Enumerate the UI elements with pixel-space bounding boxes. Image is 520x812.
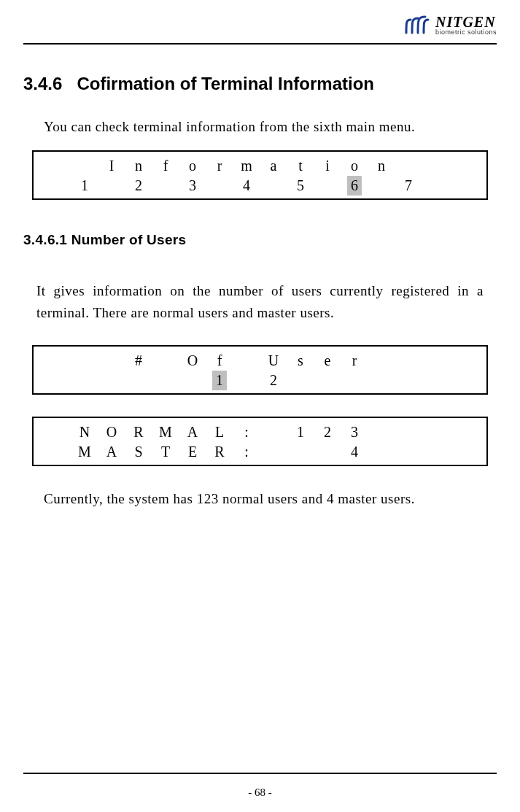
lcd-display-counts: NORMAL:123 MASTER:4	[32, 417, 488, 466]
lcd-cell	[44, 371, 71, 390]
brand-tagline: biometric solutions	[435, 29, 497, 36]
lcd-cell: f	[152, 156, 179, 176]
lcd-cell	[71, 371, 98, 390]
lcd-cell	[449, 442, 476, 462]
lcd-cell: r	[341, 351, 368, 371]
lcd-cell: o	[179, 156, 206, 176]
paragraph-1: It gives information on the number of us…	[36, 280, 484, 323]
lcd-cell	[368, 176, 395, 196]
lcd-cell	[341, 371, 368, 390]
lcd-cell: n	[368, 156, 395, 176]
lcd-display-information: Information 1234567	[32, 150, 488, 200]
lcd-cell	[98, 176, 125, 196]
section-title: Cofirmation of Terminal Information	[77, 74, 374, 93]
lcd-cell	[314, 371, 341, 390]
lcd-cell: 6	[341, 176, 368, 196]
lcd-cell	[449, 156, 476, 176]
lcd-cell	[233, 351, 260, 371]
lcd-cell: :	[233, 442, 260, 462]
lcd-cell: 2	[125, 176, 152, 196]
lcd-cell: :	[233, 422, 260, 442]
intro-text: You can check terminal information from …	[36, 116, 484, 137]
lcd-cell: S	[125, 442, 152, 462]
lcd-cell	[395, 371, 422, 390]
lcd-cell	[179, 371, 206, 390]
page-number: - 68 -	[0, 786, 520, 799]
lcd-cell	[449, 351, 476, 371]
lcd-cell: A	[179, 422, 206, 442]
lcd-cell: t	[287, 156, 314, 176]
lcd-cell: O	[179, 351, 206, 371]
lcd-cell: o	[341, 156, 368, 176]
footer-rule	[23, 773, 497, 774]
lcd-cell	[395, 156, 422, 176]
lcd-cell	[206, 176, 233, 196]
lcd-cell: R	[206, 442, 233, 462]
lcd-cell	[98, 351, 125, 371]
lcd-cell	[44, 156, 71, 176]
lcd-cell: T	[152, 442, 179, 462]
brand-name: NITGEN	[435, 15, 497, 29]
lcd-cell: 2	[260, 371, 287, 390]
lcd-cell	[314, 442, 341, 462]
lcd-cell	[422, 442, 449, 462]
lcd-cell	[71, 351, 98, 371]
lcd-cell: 4	[233, 176, 260, 196]
lcd-cell	[125, 371, 152, 390]
lcd-cell	[152, 351, 179, 371]
lcd-cell	[449, 176, 476, 196]
lcd-cell	[449, 422, 476, 442]
lcd-cell: e	[314, 351, 341, 371]
lcd-cell	[98, 371, 125, 390]
lcd-cell	[395, 442, 422, 462]
lcd-cell	[44, 176, 71, 196]
section-heading: 3.4.6 Cofirmation of Terminal Informatio…	[23, 74, 497, 94]
lcd-cell	[422, 156, 449, 176]
section-number: 3.4.6	[23, 74, 62, 93]
lcd-cell	[395, 351, 422, 371]
lcd-cell: O	[98, 422, 125, 442]
subsection-number: 3.4.6.1	[23, 232, 67, 247]
lcd-cell: f	[206, 351, 233, 371]
lcd-cell	[314, 176, 341, 196]
lcd-cell: 4	[341, 442, 368, 462]
lcd-cell	[422, 371, 449, 390]
lcd-cell: M	[71, 442, 98, 462]
lcd-cell: n	[125, 156, 152, 176]
lcd-cell: 3	[341, 422, 368, 442]
lcd-cell: I	[98, 156, 125, 176]
lcd-cell: 2	[314, 422, 341, 442]
lcd-cell: N	[71, 422, 98, 442]
subsection-heading: 3.4.6.1 Number of Users	[23, 232, 497, 248]
lcd-cell: 7	[395, 176, 422, 196]
lcd-cell	[449, 371, 476, 390]
lcd-cell: U	[260, 351, 287, 371]
lcd-cell: a	[260, 156, 287, 176]
lcd-cell	[260, 422, 287, 442]
lcd-cell	[368, 442, 395, 462]
lcd-cell	[368, 422, 395, 442]
lcd-display-ofuser: #OfUser 12	[32, 345, 488, 395]
lcd-cell	[44, 442, 71, 462]
lcd-cell	[287, 442, 314, 462]
lcd-cell	[422, 351, 449, 371]
lcd-cell: 3	[179, 176, 206, 196]
lcd-cell: 1	[206, 371, 233, 390]
lcd-cell: L	[206, 422, 233, 442]
lcd-cell	[71, 156, 98, 176]
lcd-cell	[260, 176, 287, 196]
lcd-cell: 5	[287, 176, 314, 196]
lcd-cell	[422, 176, 449, 196]
lcd-cell: i	[314, 156, 341, 176]
lcd-cell: m	[233, 156, 260, 176]
lcd-cell	[422, 422, 449, 442]
lcd-cell	[368, 351, 395, 371]
lcd-cell: #	[125, 351, 152, 371]
lcd-cell: 1	[287, 422, 314, 442]
lcd-cell	[233, 371, 260, 390]
paragraph-2: Currently, the system has 123 normal use…	[36, 488, 484, 509]
lcd-cell: 1	[71, 176, 98, 196]
lcd-cell	[395, 422, 422, 442]
brand-logo: NITGEN biometric solutions	[403, 15, 497, 36]
subsection-title: Number of Users	[71, 232, 187, 247]
